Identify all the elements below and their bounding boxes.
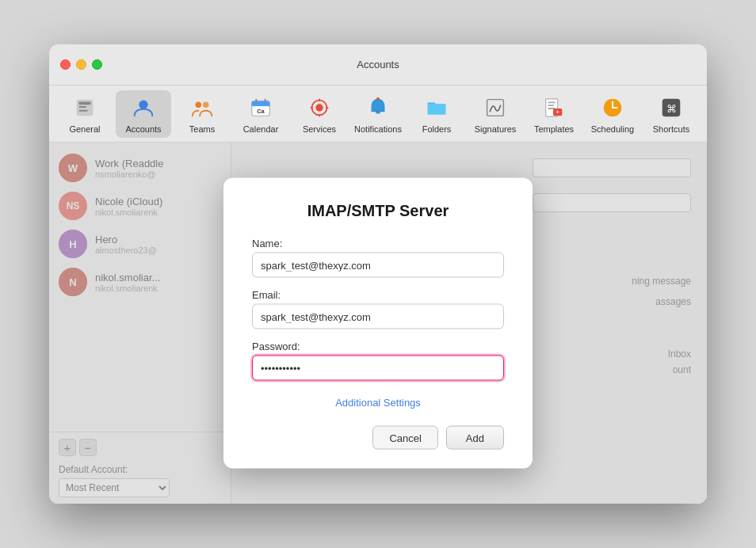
general-icon <box>71 94 98 121</box>
toolbar-item-templates[interactable]: + Templates <box>526 90 582 138</box>
general-label: General <box>69 124 100 134</box>
notifications-label: Notifications <box>354 124 402 134</box>
shortcuts-label: Shortcuts <box>653 124 689 134</box>
close-button[interactable] <box>60 59 71 70</box>
svg-rect-2 <box>78 106 86 108</box>
calendar-icon: Ca <box>247 94 274 121</box>
maximize-button[interactable] <box>92 59 102 70</box>
svg-rect-21 <box>428 104 446 114</box>
signatures-label: Signatures <box>475 124 517 134</box>
svg-point-6 <box>203 101 209 108</box>
folders-icon <box>423 94 450 121</box>
svg-point-20 <box>376 97 380 100</box>
services-label: Services <box>303 124 336 134</box>
additional-settings-link[interactable]: Additional Settings <box>335 397 421 409</box>
svg-rect-9 <box>252 104 270 106</box>
email-input[interactable] <box>252 304 504 329</box>
toolbar-item-shortcuts[interactable]: ⌘ Shortcuts <box>643 90 699 138</box>
toolbar-item-general[interactable]: General <box>57 90 113 138</box>
svg-rect-24 <box>548 101 555 103</box>
templates-label: Templates <box>534 124 574 134</box>
modal-form: Name: Email: Password: Additional Settin… <box>252 238 504 409</box>
password-label: Password: <box>252 341 504 352</box>
add-button[interactable]: Add <box>446 426 504 450</box>
svg-point-5 <box>196 101 202 108</box>
main-area: W Work (Readdle nsmoliarenko@ NS Nicole … <box>49 143 707 504</box>
toolbar-item-signatures[interactable]: Signatures <box>468 90 523 138</box>
svg-point-14 <box>315 104 323 111</box>
svg-rect-25 <box>548 105 554 106</box>
window-title: Accounts <box>357 59 399 70</box>
window-controls <box>60 59 102 70</box>
folders-label: Folders <box>422 124 452 134</box>
toolbar-item-accounts[interactable]: Accounts <box>116 90 171 138</box>
templates-icon: + <box>540 94 567 121</box>
toolbar-item-folders[interactable]: Folders <box>409 90 464 138</box>
svg-text:Ca: Ca <box>257 107 265 114</box>
main-window: Accounts General Accou <box>49 44 707 504</box>
svg-rect-3 <box>78 109 87 111</box>
cancel-button[interactable]: Cancel <box>372 426 437 450</box>
toolbar-item-services[interactable]: Services <box>292 90 347 138</box>
toolbar-item-teams[interactable]: Teams <box>174 90 230 138</box>
modal-buttons: Cancel Add <box>252 426 504 450</box>
teams-icon <box>189 94 216 121</box>
scheduling-icon <box>599 94 626 121</box>
email-form-group: Email: <box>252 289 504 329</box>
calendar-label: Calendar <box>243 124 279 134</box>
password-form-group: Password: <box>252 341 504 381</box>
scheduling-label: Scheduling <box>591 124 634 134</box>
toolbar-item-calendar[interactable]: Ca Calendar <box>233 90 288 138</box>
accounts-icon <box>130 94 157 121</box>
toolbar-item-scheduling[interactable]: Scheduling <box>585 90 640 138</box>
shortcuts-icon: ⌘ <box>658 94 685 121</box>
name-form-group: Name: <box>252 238 504 278</box>
accounts-label: Accounts <box>125 124 161 134</box>
email-label: Email: <box>252 289 504 301</box>
svg-text:+: + <box>556 109 559 115</box>
svg-rect-1 <box>78 101 90 105</box>
imap-smtp-modal: IMAP/SMTP Server Name: Email: Password: <box>223 178 533 469</box>
notifications-icon <box>365 94 391 121</box>
minimize-button[interactable] <box>76 59 86 70</box>
name-input[interactable] <box>252 253 504 278</box>
modal-title: IMAP/SMTP Server <box>307 202 449 220</box>
toolbar-item-notifications[interactable]: Notifications <box>350 90 406 138</box>
services-icon <box>306 94 333 121</box>
svg-text:⌘: ⌘ <box>666 102 677 114</box>
password-input[interactable] <box>252 356 504 381</box>
titlebar: Accounts <box>49 44 707 86</box>
toolbar: General Accounts Teams <box>49 86 707 143</box>
teams-label: Teams <box>189 124 215 134</box>
signatures-icon <box>482 94 509 121</box>
name-label: Name: <box>252 238 504 249</box>
svg-point-4 <box>139 100 147 108</box>
